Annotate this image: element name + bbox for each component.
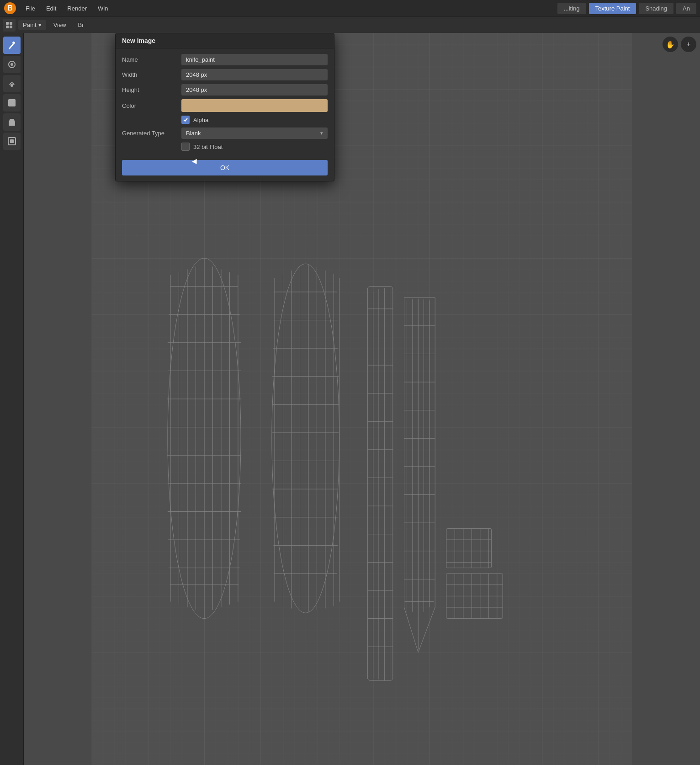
float32-label: 32 bit Float	[193, 143, 223, 150]
color-label: Color	[122, 102, 181, 109]
generated-type-row: Generated Type Blank ▾	[122, 128, 328, 139]
brush-menu[interactable]: Br	[74, 20, 89, 30]
alpha-label: Alpha	[193, 117, 208, 123]
dialog-footer: OK	[116, 156, 334, 181]
height-row: Height	[122, 84, 328, 96]
tab-animation[interactable]: An	[676, 3, 696, 14]
svg-rect-11	[9, 122, 15, 126]
width-row: Width	[122, 69, 328, 80]
menu-edit[interactable]: Edit	[42, 3, 61, 14]
top-menu-bar: B File Edit Render Win ...iting Texture …	[0, 0, 700, 16]
viewport-mode-icon[interactable]	[3, 19, 16, 32]
dropdown-arrow-icon: ▾	[320, 130, 323, 136]
view-menu[interactable]: View	[49, 20, 71, 30]
pan-tool-button[interactable]: ✋	[663, 37, 678, 52]
generated-type-dropdown[interactable]: Blank ▾	[181, 128, 328, 139]
mode-label: Paint	[23, 21, 37, 28]
zoom-plus-icon: +	[686, 40, 690, 48]
main-content: ✋ +	[0, 33, 700, 765]
svg-point-9	[11, 84, 13, 87]
new-image-dialog: New Image Name Width Height	[115, 33, 334, 181]
float32-checkbox[interactable]	[181, 143, 190, 151]
height-label: Height	[122, 86, 181, 93]
generated-type-value: Blank	[186, 130, 201, 137]
tool-mask[interactable]	[3, 133, 21, 150]
tool-fill[interactable]	[3, 94, 21, 112]
float32-row: 32 bit Float	[122, 143, 328, 151]
name-row: Name	[122, 54, 328, 65]
left-sidebar	[0, 33, 24, 765]
alpha-checkbox[interactable]	[181, 116, 190, 124]
tool-paint-brush[interactable]	[3, 37, 21, 54]
svg-rect-2	[6, 22, 9, 25]
mode-dropdown[interactable]: Paint ▾	[18, 20, 46, 30]
height-input[interactable]	[181, 84, 328, 96]
svg-rect-4	[6, 26, 9, 28]
dialog-body: Name Width Height Color	[116, 48, 334, 156]
alpha-row: Alpha	[122, 116, 328, 124]
blender-logo-icon: B	[4, 2, 16, 15]
viewport-controls: ✋ +	[663, 37, 696, 52]
menu-file[interactable]: File	[21, 3, 40, 14]
color-swatch[interactable]	[181, 99, 328, 112]
width-label: Width	[122, 71, 181, 78]
width-input[interactable]	[181, 69, 328, 80]
hand-icon: ✋	[666, 40, 675, 49]
zoom-in-button[interactable]: +	[681, 37, 696, 52]
tool-blur[interactable]	[3, 56, 21, 73]
name-input[interactable]	[181, 54, 328, 65]
workspace-tabs: ...iting Texture Paint Shading An	[557, 3, 696, 14]
second-toolbar: Paint ▾ View Br	[0, 16, 700, 33]
menu-window[interactable]: Win	[93, 3, 112, 14]
viewport: ✋ +	[24, 33, 700, 765]
tool-bucket[interactable]	[3, 113, 21, 131]
name-label: Name	[122, 56, 181, 63]
dialog-title: New Image	[116, 33, 334, 48]
svg-point-8	[11, 63, 13, 66]
tab-texture-paint[interactable]: Texture Paint	[589, 3, 636, 14]
svg-rect-5	[10, 26, 12, 28]
generated-type-label: Generated Type	[122, 130, 181, 137]
svg-text:B: B	[7, 4, 13, 12]
menu-render[interactable]: Render	[63, 3, 91, 14]
tool-clone[interactable]	[3, 75, 21, 92]
ok-button[interactable]: OK	[122, 160, 328, 175]
tab-editing[interactable]: ...iting	[557, 3, 586, 14]
svg-rect-3	[10, 22, 12, 25]
mode-dropdown-arrow: ▾	[38, 21, 42, 28]
svg-rect-10	[8, 99, 16, 106]
color-row: Color	[122, 99, 328, 112]
tab-shading[interactable]: Shading	[639, 3, 673, 14]
svg-rect-13	[10, 139, 14, 143]
